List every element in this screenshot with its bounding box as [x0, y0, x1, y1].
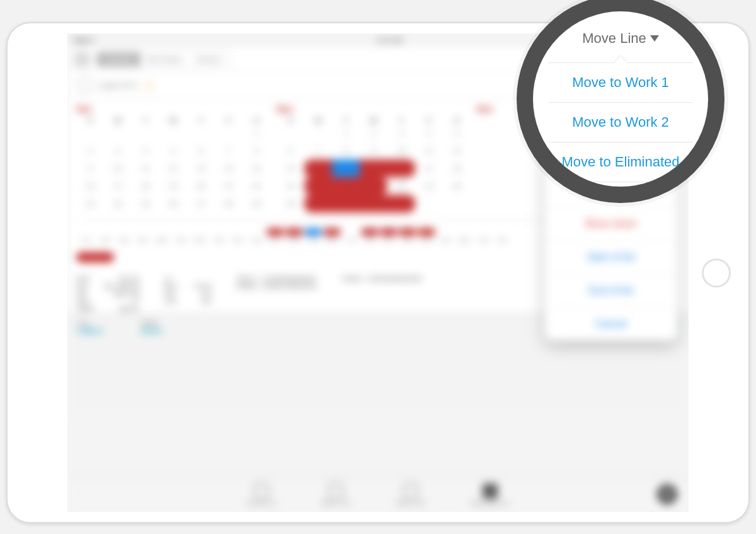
move-to-eliminated-button[interactable]: Move to Eliminated: [548, 142, 693, 182]
month-nov: Nov SMTWTFS 12345 6789101112 131718 1923…: [277, 104, 471, 212]
bottom-tab-bar: Sort by (1) Work 1 (2) Work 2 (3) Elimin…: [67, 478, 689, 512]
view-segmented-control[interactable]: Calendar Bar Packer Browse: [96, 52, 229, 67]
opt-end-list[interactable]: End of list: [545, 274, 677, 308]
footer-tafb-label: TAFB: [140, 320, 162, 327]
segment-bar-packer[interactable]: Bar Packer: [140, 52, 190, 66]
spotlight-title: Move Line: [582, 30, 659, 47]
spotlight-circle: Move Line Move to Work 1 Move to Work 2 …: [517, 0, 724, 203]
move-to-work-2-button[interactable]: Move to Work 2: [548, 103, 693, 142]
opt-start-list[interactable]: Start of list: [545, 241, 677, 274]
app-logo: [74, 51, 90, 67]
tab-sortby[interactable]: Sort by (1): [246, 484, 276, 507]
opt-move-down[interactable]: Move down: [545, 207, 677, 241]
status-center: 9:41 AM: [377, 37, 402, 44]
tab-work2[interactable]: Work 2 (3): [396, 484, 425, 507]
tab-eliminated[interactable]: Eliminated (1): [471, 484, 510, 507]
month-nov-name: Nov: [277, 104, 471, 114]
month-dec-name: Dec: [477, 104, 493, 114]
month-oct-name: Oct: [76, 104, 270, 114]
segment-browse[interactable]: Browse: [190, 52, 228, 66]
settings-gear-icon[interactable]: ⚙: [657, 484, 677, 504]
month-oct: Oct SMTWTFS 1 2345678 9101112131415 1617…: [76, 104, 270, 212]
move-line-popover: Move to Work 1 Move to Work 2 Move to El…: [548, 62, 693, 182]
overflow-pill: [76, 252, 114, 262]
move-to-work-1-button[interactable]: Move to Work 1: [548, 63, 693, 103]
footer-pay-label: Pay: [77, 320, 103, 327]
segment-calendar[interactable]: Calendar: [97, 52, 140, 66]
line-label[interactable]: Line# 47 ▾: [99, 81, 137, 90]
footer-pay-value: 11562.0: [77, 327, 103, 335]
popover-arrow-icon: [614, 55, 627, 63]
status-left: iPad ᯤ: [74, 37, 97, 44]
month-dec: Dec: [477, 104, 493, 212]
prev-line-button[interactable]: ‹: [76, 77, 93, 93]
opt-cancel[interactable]: Cancel: [545, 308, 677, 340]
tab-work1[interactable]: Work 1 (2): [321, 484, 351, 507]
warning-icon: ⚠: [144, 78, 154, 92]
ipad-home-button[interactable]: [702, 258, 731, 287]
spotlight-title-text: Move Line: [582, 30, 646, 47]
chevron-down-icon: [650, 35, 659, 42]
footer-tafb-value: 190:51: [140, 327, 162, 335]
